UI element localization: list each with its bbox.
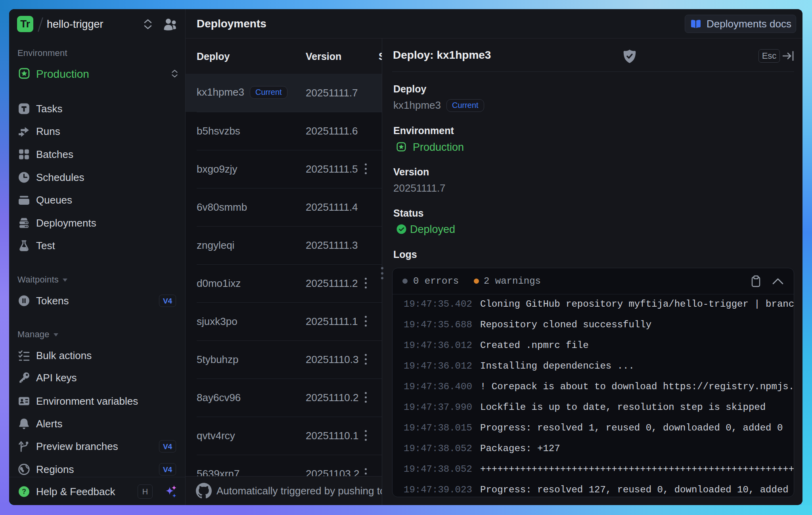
svg-text:?: ? xyxy=(22,488,26,496)
